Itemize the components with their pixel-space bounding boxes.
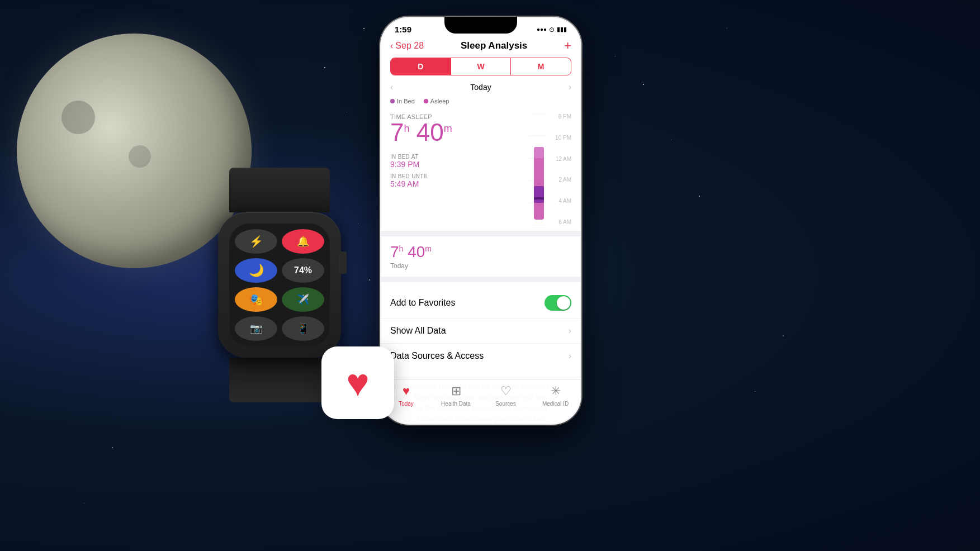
sleep-legend: In Bed Asleep: [381, 94, 580, 108]
add-button[interactable]: +: [564, 39, 571, 53]
in-bed-until-value: 5:49 AM: [390, 179, 515, 188]
summary-minutes: 40: [408, 243, 425, 260]
favorites-toggle-container: [545, 295, 571, 311]
date-navigation: ‹ Today ›: [381, 80, 580, 94]
legend-asleep: Asleep: [424, 98, 449, 104]
summary-minutes-suffix: m: [425, 244, 432, 253]
tab-health-data[interactable]: ⊞ Health Data: [431, 384, 481, 407]
tab-sources[interactable]: ♡ Sources: [481, 384, 531, 407]
in-bed-at-label: IN BED AT: [390, 154, 515, 160]
legend-in-bed: In Bed: [390, 98, 415, 104]
watch-band-top: [229, 168, 330, 212]
iphone-body: 1:59 ●●● ⊙ ▮▮▮ ‹ Sep 28 Sleep Analysis +…: [380, 17, 581, 425]
in-bed-at-row: IN BED AT 9:39 PM: [390, 154, 515, 169]
back-label: Sep 28: [395, 41, 424, 51]
period-week-button[interactable]: W: [451, 58, 512, 75]
data-sources-row[interactable]: Data Sources & Access ›: [381, 344, 580, 368]
summary-duration: 7h 40m: [390, 243, 571, 261]
section-divider-1: [381, 231, 580, 236]
watch-airplane-button: ✈️: [282, 287, 324, 312]
sleep-duration: 7h 40m: [390, 120, 515, 145]
hours-suffix: h: [404, 123, 409, 134]
legend-in-bed-label: In Bed: [397, 98, 415, 104]
watch-theater-button: 🎭: [235, 287, 277, 312]
in-bed-until-label: IN BED UNTIL: [390, 173, 515, 179]
period-day-button[interactable]: D: [391, 58, 451, 75]
tab-medical-id[interactable]: ✳ Medical ID: [531, 384, 580, 407]
watch-band-bottom: [229, 358, 330, 402]
iphone: 1:59 ●●● ⊙ ▮▮▮ ‹ Sep 28 Sleep Analysis +…: [380, 17, 581, 425]
back-chevron-icon: ‹: [390, 41, 393, 51]
watch-bell-button: 🔔: [282, 229, 324, 254]
tab-medical-id-label: Medical ID: [542, 401, 569, 407]
page-title: Sleep Analysis: [461, 40, 527, 51]
signal-icon: ●●●: [537, 26, 547, 32]
sleep-summary-section: 7h 40m Today: [381, 236, 580, 277]
watch-camera-button: 📷: [235, 316, 277, 341]
legend-in-bed-dot: [390, 99, 395, 103]
sleep-hours: 7: [390, 118, 404, 146]
data-sources-chevron-icon: ›: [569, 351, 571, 361]
current-date-label: Today: [470, 83, 491, 92]
period-selector: D W M: [390, 58, 571, 75]
svg-rect-7: [534, 147, 544, 158]
iphone-notch: [444, 17, 517, 34]
health-app-icon-popup: ♥: [321, 346, 394, 419]
tab-sources-icon: ♡: [500, 384, 512, 398]
favorites-toggle[interactable]: [545, 295, 571, 311]
svg-rect-8: [534, 186, 544, 203]
watch-flashlight-button: ⚡: [235, 229, 277, 254]
tab-health-data-icon: ⊞: [451, 384, 461, 398]
sleep-info-left: TIME ASLEEP 7h 40m IN BED AT 9:39 PM IN …: [390, 113, 515, 193]
watch-battery-button: 74%: [282, 258, 324, 283]
show-all-data-row[interactable]: Show All Data ›: [381, 319, 580, 344]
back-button[interactable]: ‹ Sep 28: [390, 41, 424, 51]
add-to-favorites-row[interactable]: Add to Favorites: [381, 288, 580, 319]
status-time: 1:59: [395, 25, 411, 34]
wifi-icon: ⊙: [549, 26, 555, 34]
show-all-data-right: ›: [569, 326, 571, 336]
watch-body: ⚡ 🔔 🌙 74% 🎭 ✈️ 📷 📱: [218, 212, 341, 358]
legend-asleep-dot: [424, 99, 428, 103]
tab-today-icon: ♥: [403, 384, 410, 398]
minutes-suffix: m: [444, 123, 452, 134]
show-all-data-label: Show All Data: [390, 326, 446, 336]
summary-hours-suffix: h: [399, 244, 404, 253]
legend-asleep-label: Asleep: [430, 98, 449, 104]
health-heart-icon: ♥: [346, 360, 370, 405]
watch-phone-button: 📱: [282, 316, 324, 341]
sleep-minutes: 40: [416, 118, 444, 146]
iphone-screen: 1:59 ●●● ⊙ ▮▮▮ ‹ Sep 28 Sleep Analysis +…: [381, 18, 580, 424]
battery-icon: ▮▮▮: [557, 26, 567, 33]
time-asleep-label: TIME ASLEEP: [390, 113, 515, 120]
in-bed-until-row: IN BED UNTIL 5:49 AM: [390, 173, 515, 188]
svg-rect-9: [534, 197, 544, 200]
tab-sources-label: Sources: [495, 401, 516, 407]
tab-health-data-label: Health Data: [441, 401, 471, 407]
next-date-button[interactable]: ›: [569, 82, 571, 92]
nav-header: ‹ Sep 28 Sleep Analysis +: [381, 36, 580, 58]
sleep-chart: 8 PM 10 PM 12 AM 2 AM 4 AM 6 AM: [515, 113, 571, 225]
tab-today-label: Today: [399, 401, 414, 407]
data-sources-right: ›: [569, 351, 571, 361]
watch-moon-button: 🌙: [235, 258, 277, 283]
action-section: Add to Favorites Show All Data › Data So…: [381, 288, 580, 368]
add-to-favorites-label: Add to Favorites: [390, 298, 456, 308]
watch-crown: [339, 251, 347, 274]
period-month-button[interactable]: M: [511, 58, 571, 75]
tab-bar: ♥ Today ⊞ Health Data ♡ Sources ✳ Medica…: [381, 379, 580, 424]
bed-info: IN BED AT 9:39 PM IN BED UNTIL 5:49 AM: [390, 154, 515, 188]
sleep-chart-svg: [518, 113, 569, 225]
sleep-data-section: TIME ASLEEP 7h 40m IN BED AT 9:39 PM IN …: [381, 108, 580, 231]
watch-screen: ⚡ 🔔 🌙 74% 🎭 ✈️ 📷 📱: [229, 224, 330, 346]
summary-hours: 7: [390, 243, 399, 260]
tab-medical-id-icon: ✳: [551, 384, 561, 398]
summary-date-label: Today: [390, 262, 571, 270]
show-all-data-chevron-icon: ›: [569, 326, 571, 336]
in-bed-at-value: 9:39 PM: [390, 160, 515, 169]
data-sources-label: Data Sources & Access: [390, 351, 484, 361]
status-icons: ●●● ⊙ ▮▮▮: [537, 26, 567, 34]
prev-date-button[interactable]: ‹: [390, 82, 393, 92]
section-divider-2: [381, 277, 580, 282]
